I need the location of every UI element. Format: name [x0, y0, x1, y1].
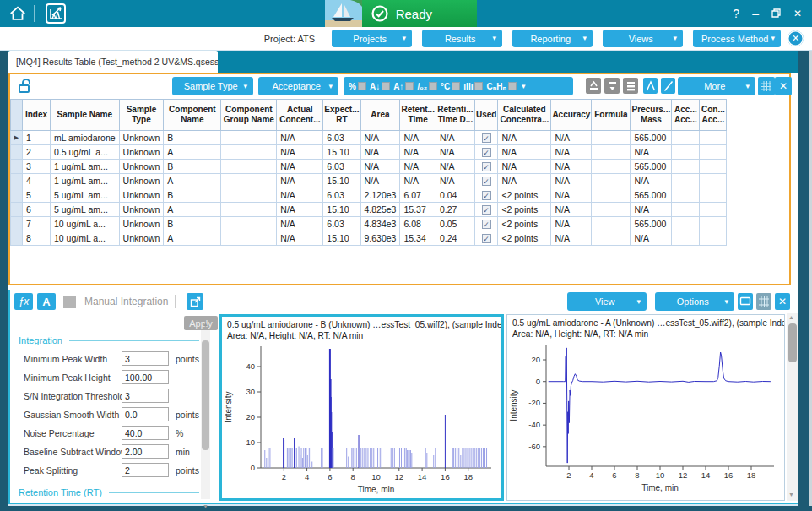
toggle-checkbox[interactable] — [474, 82, 483, 90]
table-cell[interactable]: 6.03 — [323, 160, 360, 174]
table-cell[interactable]: ✓ — [474, 217, 497, 231]
used-checkbox[interactable]: ✓ — [482, 177, 491, 186]
column-toggle[interactable]: A↓ — [370, 82, 390, 91]
table-cell[interactable] — [672, 174, 700, 188]
table-cell[interactable]: N/A — [277, 231, 323, 246]
table-cell[interactable]: 10 ug/mL a... — [51, 217, 120, 231]
table-cell[interactable]: A — [164, 174, 221, 188]
table-cell[interactable]: N/A — [498, 145, 551, 160]
table-cell[interactable]: N/A — [277, 160, 323, 174]
column-header[interactable]: Sample Type — [119, 100, 164, 131]
table-cell[interactable]: ✓ — [474, 160, 497, 174]
table-cell[interactable]: 15.34 — [400, 231, 436, 246]
row-marker[interactable] — [11, 203, 23, 217]
table-cell[interactable]: mL amiodarone — [51, 131, 120, 145]
table-cell[interactable]: N/A — [631, 231, 672, 246]
table-cell[interactable] — [672, 203, 700, 217]
table-cell[interactable] — [672, 188, 700, 203]
screen-icon[interactable] — [738, 293, 753, 310]
table-cell[interactable]: N/A — [551, 160, 592, 174]
table-cell[interactable]: N/A — [360, 145, 400, 160]
table-cell[interactable]: 4.834e3 — [360, 217, 400, 231]
table-cell[interactable] — [700, 217, 727, 231]
table-cell[interactable]: N/A — [400, 131, 436, 145]
used-checkbox[interactable]: ✓ — [482, 191, 491, 200]
table-cell[interactable]: 6.03 — [323, 188, 360, 203]
table-cell[interactable]: N/A — [498, 160, 551, 174]
table-cell[interactable]: 15.10 — [323, 203, 360, 217]
table-cell[interactable]: 565.000 — [631, 217, 672, 231]
table-cell[interactable]: B — [164, 160, 221, 174]
table-cell[interactable]: Unknown — [119, 145, 164, 160]
table-cell[interactable]: N/A — [551, 203, 592, 217]
table-cell[interactable]: N/A — [360, 131, 400, 145]
table-cell[interactable]: 15.10 — [323, 231, 360, 246]
table-cell[interactable]: N/A — [551, 217, 592, 231]
table-cell[interactable]: N/A — [277, 217, 323, 231]
row-marker[interactable]: ▶ — [11, 131, 23, 145]
scroll-up-icon[interactable]: ▲ — [787, 313, 796, 322]
table-cell[interactable] — [700, 131, 727, 145]
table-cell[interactable]: 10 ug/mL a... — [51, 231, 120, 246]
table-cell[interactable]: 0.24 — [436, 231, 474, 246]
column-header[interactable]: Retenti... Time D... — [436, 100, 474, 131]
table-cell[interactable]: N/A — [436, 131, 474, 145]
table-cell[interactable]: 7 — [23, 217, 51, 231]
table-cell[interactable]: N/A — [400, 145, 436, 160]
table-cell[interactable]: 0.05 — [436, 217, 474, 231]
table-cell[interactable]: N/A — [436, 145, 474, 160]
row-marker[interactable] — [11, 217, 23, 231]
mesh-view-icon[interactable] — [756, 293, 771, 310]
setting-input-peak-splitting[interactable] — [122, 463, 169, 477]
settings-scrollbar[interactable]: ▲ ▼ — [201, 330, 210, 499]
unlock-icon[interactable] — [17, 78, 34, 96]
table-cell[interactable]: A — [164, 231, 221, 246]
table-cell[interactable]: N/A — [277, 145, 323, 160]
table-cell[interactable]: 0.27 — [436, 203, 474, 217]
column-toggle[interactable]: CₙHₙ — [486, 82, 517, 91]
chart-area-scrollbar[interactable]: ▲ ▼ — [787, 313, 798, 501]
table-cell[interactable]: N/A — [551, 174, 592, 188]
table-row[interactable]: 65 ug/mL am...UnknownAN/A15.104.825e315.… — [11, 203, 727, 217]
table-cell[interactable]: 5 ug/mL am... — [51, 188, 120, 203]
panel-close-icon[interactable]: ✕ — [775, 77, 792, 95]
table-cell[interactable]: 1 ug/mL am... — [51, 174, 120, 188]
view-dropdown[interactable]: View▾ — [567, 292, 647, 311]
row-marker[interactable] — [11, 174, 23, 188]
used-checkbox[interactable]: ✓ — [482, 162, 491, 171]
table-cell[interactable]: N/A — [360, 160, 400, 174]
table-row[interactable]: 41 ug/mL am...UnknownAN/A15.10N/AN/AN/A✓… — [11, 174, 727, 188]
table-cell[interactable] — [700, 160, 727, 174]
acceptance-dropdown[interactable]: Acceptance▾ — [258, 77, 338, 95]
panel-close-icon[interactable]: ✕ — [775, 293, 790, 310]
table-cell[interactable] — [592, 203, 631, 217]
table-row[interactable]: 20.5 ug/mL a...UnknownAN/A15.10N/AN/AN/A… — [11, 145, 727, 160]
tab-results-table[interactable]: [MQ4] Results Table (Test_method 2 UV&MS… — [8, 51, 218, 73]
table-cell[interactable] — [221, 131, 277, 145]
column-header[interactable]: Area — [360, 100, 400, 131]
table-row[interactable]: 31 ug/mL am...UnknownBN/A6.03N/AN/AN/A✓N… — [11, 160, 727, 174]
table-cell[interactable]: N/A — [436, 174, 474, 188]
table-cell[interactable] — [221, 188, 277, 203]
table-cell[interactable]: N/A — [631, 203, 672, 217]
column-header[interactable]: Sample Name — [51, 100, 120, 131]
table-cell[interactable]: 6.03 — [323, 131, 360, 145]
sample-type-dropdown[interactable]: Sample Type▾ — [172, 77, 253, 95]
table-cell[interactable]: Unknown — [119, 203, 164, 217]
table-cell[interactable]: N/A — [436, 160, 474, 174]
table-cell[interactable]: N/A — [551, 145, 592, 160]
table-cell[interactable] — [672, 145, 700, 160]
table-row[interactable]: 810 ug/mL a...UnknownAN/A15.109.630e315.… — [11, 231, 727, 246]
table-cell[interactable]: N/A — [551, 231, 592, 246]
table-cell[interactable]: 8 — [23, 231, 51, 246]
toolbar-checkbox[interactable] — [63, 296, 76, 308]
table-cell[interactable]: Unknown — [119, 217, 164, 231]
table-cell[interactable] — [700, 231, 727, 246]
table-cell[interactable]: 5 — [23, 188, 51, 203]
table-cell[interactable]: N/A — [631, 145, 672, 160]
help-button[interactable]: ? — [733, 8, 739, 19]
table-cell[interactable]: N/A — [400, 160, 436, 174]
column-header[interactable]: Calculated Concentra... — [498, 100, 551, 131]
table-cell[interactable]: 0.04 — [436, 188, 474, 203]
scroll-down-icon[interactable]: ▼ — [201, 503, 210, 511]
